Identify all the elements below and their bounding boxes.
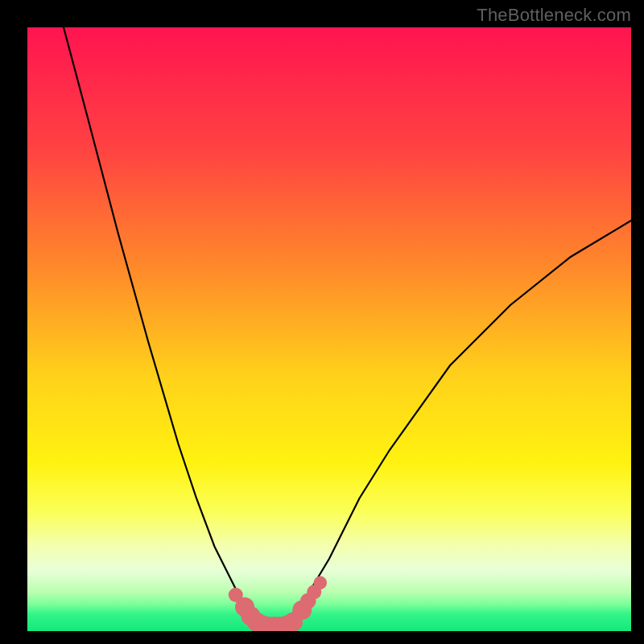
marker-dot (314, 576, 328, 590)
bottleneck-curve (27, 27, 631, 631)
chart-frame: TheBottleneck.com (0, 0, 644, 644)
watermark-text: TheBottleneck.com (477, 5, 631, 26)
plot-area (27, 27, 631, 631)
